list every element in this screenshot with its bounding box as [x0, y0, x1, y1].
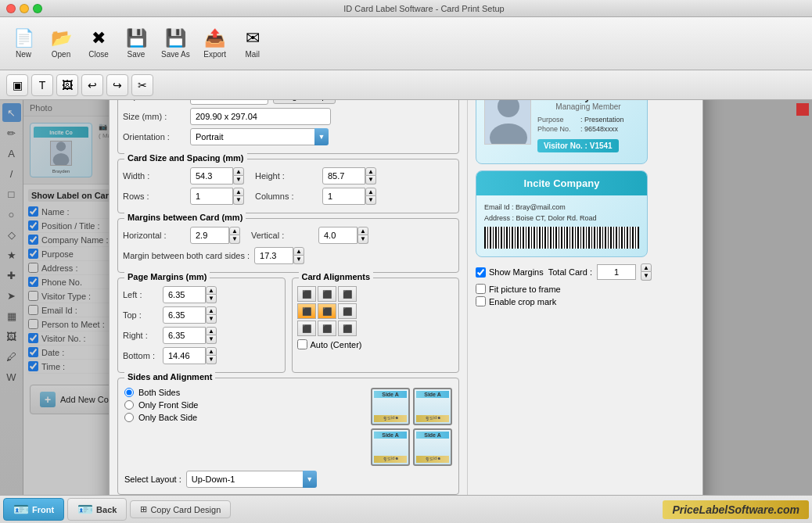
h-down[interactable]: ▼ — [229, 235, 240, 244]
front-tab[interactable]: 🪪 Front — [3, 498, 64, 521]
height-up[interactable]: ▲ — [365, 167, 376, 176]
top-stepper[interactable]: ▲ ▼ — [206, 306, 217, 324]
minimize-window-button[interactable] — [20, 4, 29, 13]
height-stepper[interactable]: ▲ ▼ — [365, 167, 376, 184]
new-button[interactable]: 📄 New — [6, 25, 41, 62]
select-tool-button[interactable]: ▣ — [6, 74, 28, 96]
align-bottom-left[interactable]: ⬛ — [297, 321, 316, 336]
open-button[interactable]: 📂 Open — [44, 25, 78, 62]
width-input[interactable] — [190, 167, 233, 184]
layout-select[interactable] — [186, 471, 304, 488]
left-input[interactable] — [163, 286, 206, 303]
horizontal-input[interactable] — [190, 227, 229, 244]
vertical-stepper[interactable]: ▲ ▼ — [357, 227, 368, 244]
paper-input[interactable] — [190, 100, 268, 105]
top-up[interactable]: ▲ — [206, 306, 217, 315]
front-only-radio[interactable] — [124, 400, 134, 410]
layout-card-4[interactable]: Side A ǝpᴉS ɓ — [413, 428, 452, 466]
total-card-input[interactable] — [597, 264, 636, 280]
columns-down[interactable]: ▼ — [365, 196, 376, 205]
fit-picture-checkbox[interactable] — [476, 284, 486, 294]
mb-down[interactable]: ▼ — [293, 256, 304, 264]
top-input[interactable] — [163, 306, 206, 324]
columns-up[interactable]: ▲ — [365, 188, 376, 196]
front-tab-icon: 🪪 — [13, 502, 29, 517]
rows-spinbox: ▲ ▼ — [190, 188, 244, 205]
layout-dropdown-arrow[interactable]: ▼ — [303, 471, 317, 488]
align-middle-center[interactable]: ⬛ — [318, 303, 336, 319]
total-up[interactable]: ▲ — [641, 263, 652, 272]
image-tool-button[interactable]: 🖼 — [56, 74, 78, 96]
align-middle-right[interactable]: ⬛ — [338, 303, 357, 319]
save-as-button[interactable]: 💾 Save As — [156, 25, 195, 62]
width-up[interactable]: ▲ — [233, 167, 244, 176]
bottom-down[interactable]: ▼ — [206, 356, 217, 364]
save-button[interactable]: 💾 Save — [119, 25, 153, 62]
margin-both-input[interactable] — [254, 247, 293, 264]
right-up[interactable]: ▲ — [206, 327, 217, 335]
total-card-stepper[interactable]: ▲ ▼ — [641, 263, 652, 281]
back-only-radio[interactable] — [124, 413, 134, 422]
window-controls[interactable] — [6, 4, 42, 13]
redo-button[interactable]: ↪ — [106, 74, 128, 96]
orientation-select[interactable] — [190, 128, 315, 145]
columns-stepper[interactable]: ▲ ▼ — [365, 188, 376, 205]
bottom-stepper[interactable]: ▲ ▼ — [206, 347, 217, 364]
page-setup-button[interactable]: Page Setup — [273, 100, 336, 104]
align-top-right[interactable]: ⬛ — [338, 286, 357, 302]
rows-stepper[interactable]: ▲ ▼ — [233, 188, 244, 205]
height-input[interactable] — [322, 167, 365, 184]
align-middle-left[interactable]: ⬛ — [297, 303, 316, 319]
left-stepper[interactable]: ▲ ▼ — [206, 286, 217, 303]
size-input[interactable] — [190, 108, 331, 125]
rows-down[interactable]: ▼ — [233, 196, 244, 205]
v-down[interactable]: ▼ — [357, 235, 368, 244]
right-input[interactable] — [163, 327, 206, 344]
both-sides-radio[interactable] — [124, 388, 134, 397]
copy-design-button[interactable]: ⊞ Copy Card Design — [130, 500, 231, 518]
orientation-dropdown-arrow[interactable]: ▼ — [314, 128, 329, 145]
align-bottom-right[interactable]: ⬛ — [338, 321, 357, 336]
close-window-button[interactable] — [6, 4, 16, 13]
cut-button[interactable]: ✂ — [131, 74, 153, 96]
back-address-value: Boise CT, Dolor Rd. Road — [516, 214, 597, 222]
close-button[interactable]: ✖ Close — [81, 25, 116, 62]
align-top-center[interactable]: ⬛ — [318, 286, 336, 302]
vertical-input[interactable] — [318, 227, 357, 244]
maximize-window-button[interactable] — [33, 4, 42, 13]
text-tool-button[interactable]: T — [31, 74, 53, 96]
show-margins-checkbox[interactable] — [476, 267, 486, 278]
mail-button[interactable]: ✉ Mail — [235, 25, 270, 62]
bottom-input[interactable] — [163, 347, 206, 364]
horizontal-stepper[interactable]: ▲ ▼ — [229, 227, 240, 244]
mb-up[interactable]: ▲ — [293, 247, 304, 256]
right-stepper[interactable]: ▲ ▼ — [206, 327, 217, 344]
back-tab[interactable]: 🪪 Back — [67, 498, 127, 521]
layout-card-3[interactable]: Side A ǝpᴉS ɓ — [371, 428, 410, 466]
left-down[interactable]: ▼ — [206, 295, 217, 303]
right-down[interactable]: ▼ — [206, 335, 217, 344]
top-down[interactable]: ▼ — [206, 315, 217, 324]
width-down[interactable]: ▼ — [233, 176, 244, 184]
bottom-up[interactable]: ▲ — [206, 347, 217, 356]
margin-both-stepper[interactable]: ▲ ▼ — [293, 247, 304, 264]
height-down[interactable]: ▼ — [365, 176, 376, 184]
columns-input[interactable] — [322, 188, 365, 205]
export-button[interactable]: 📤 Export — [198, 25, 232, 62]
width-stepper[interactable]: ▲ ▼ — [233, 167, 244, 184]
rows-up[interactable]: ▲ — [233, 188, 244, 196]
rows-input[interactable] — [190, 188, 233, 205]
align-top-left[interactable]: ⬛ — [297, 286, 316, 302]
v-up[interactable]: ▲ — [357, 227, 368, 235]
layout-card-1[interactable]: Side A ǝpᴉS ɓ — [371, 388, 410, 425]
align-bottom-center[interactable]: ⬛ — [318, 321, 336, 336]
auto-center-checkbox[interactable] — [297, 339, 307, 349]
left-up[interactable]: ▲ — [206, 286, 217, 295]
h-up[interactable]: ▲ — [229, 227, 240, 235]
enable-crop-checkbox[interactable] — [476, 296, 486, 306]
undo-button[interactable]: ↩ — [81, 74, 103, 96]
margin-both-label: Margin between both card sides : — [123, 251, 250, 260]
layout-grid: Side A ǝpᴉS ɓ Side A ǝpᴉS ɓ Side A — [371, 388, 452, 466]
layout-card-2[interactable]: Side A ǝpᴉS ɓ — [413, 388, 452, 425]
total-down[interactable]: ▼ — [641, 272, 652, 281]
